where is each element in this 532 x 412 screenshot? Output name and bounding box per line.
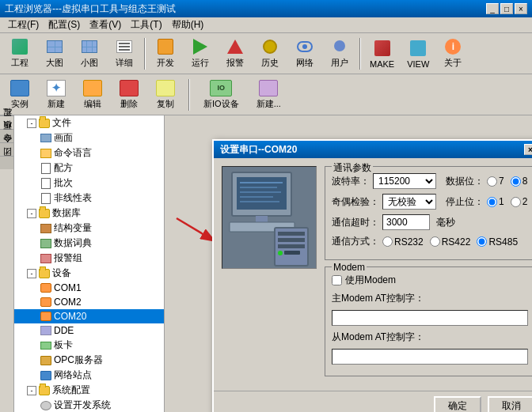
expand-files-icon[interactable]: - <box>27 119 36 128</box>
menu-tools[interactable]: 工具(T) <box>126 17 166 33</box>
dialog-close-button[interactable]: × <box>524 144 532 155</box>
svg-rect-12 <box>278 232 305 236</box>
tree-node-devset[interactable]: 设置开发系统 <box>14 398 164 412</box>
master-modem-input[interactable] <box>332 310 528 326</box>
close-button[interactable]: × <box>515 3 527 14</box>
tree-node-cmd[interactable]: 命令语言 <box>14 146 164 161</box>
ok-button[interactable]: 确定 <box>434 396 481 412</box>
toolbar2-delete-btn[interactable]: 删除 <box>112 77 146 113</box>
com20-icon <box>40 310 52 323</box>
rs422-option[interactable]: RS422 <box>430 236 471 248</box>
tree-node-netnode[interactable]: 网络站点 <box>14 368 164 383</box>
toolbar-about-btn[interactable]: i 关于 <box>436 36 469 72</box>
use-modem-checkbox[interactable] <box>332 275 342 285</box>
menu-help[interactable]: 帮助(H) <box>167 17 209 33</box>
rs422-radio[interactable] <box>430 236 440 247</box>
rs232-option[interactable]: RS232 <box>382 236 424 248</box>
tree-node-card[interactable]: 板卡 <box>14 338 164 353</box>
tree-node-alarmgrp[interactable]: 报警组 <box>14 251 164 266</box>
toolbar-user-btn[interactable]: 用户 <box>323 36 356 72</box>
tree-node-recipe[interactable]: 配方 <box>14 161 164 176</box>
tree-device-label: 设备 <box>52 266 71 280</box>
toolbar-develop-btn[interactable]: 开发 <box>149 36 182 72</box>
tree-node-struct[interactable]: 结构变量 <box>14 221 164 236</box>
stopbits-2-radio[interactable] <box>511 197 521 207</box>
toolbar-alarm-btn[interactable]: 报警 <box>218 36 252 72</box>
tree-screen-label: 画面 <box>54 131 73 145</box>
databits-7-radio[interactable] <box>487 176 497 187</box>
rs485-option[interactable]: RS485 <box>477 236 518 248</box>
toolbar-view-btn[interactable]: VIEW <box>401 36 435 72</box>
menu-config[interactable]: 配置(S) <box>44 17 85 33</box>
sidebar-tab-cmd[interactable]: 命令 <box>0 142 13 156</box>
tree-node-com1[interactable]: COM1 <box>14 281 164 295</box>
expand-db-icon[interactable]: - <box>27 209 36 218</box>
slave-modem-input[interactable] <box>332 349 528 365</box>
alarm-icon <box>226 39 245 55</box>
tree-node-device[interactable]: - 设备 <box>14 266 164 281</box>
svg-rect-16 <box>284 251 300 255</box>
tree-node-sysconfig[interactable]: - 系统配置 <box>14 383 164 398</box>
menu-view[interactable]: 查看(V) <box>85 17 126 33</box>
toolbar-make-btn[interactable]: MAKE <box>364 36 400 72</box>
tree-node-com20[interactable]: COM20 <box>14 309 164 323</box>
databits-8-option[interactable]: 8 <box>511 176 528 187</box>
content-area: 设置串口--COM20 × <box>165 115 532 412</box>
tree-node-batch[interactable]: 批次 <box>14 176 164 191</box>
tree-node-screen[interactable]: 画面 <box>14 130 164 146</box>
toolbar2-newio-btn[interactable]: IO 新IO设备 <box>196 77 246 113</box>
baud-select[interactable]: 115200 <box>373 173 436 189</box>
toolbar2-new-btn[interactable]: ✦ 新建 <box>40 77 73 113</box>
netnode-icon <box>40 369 52 382</box>
tree-node-files[interactable]: - 文件 <box>14 115 164 130</box>
modem-section-label: Modem <box>332 262 367 273</box>
expand-sysconfig-icon[interactable]: - <box>27 386 36 395</box>
toolbar-history-label: 历史 <box>261 57 279 69</box>
sidebar-tab-project[interactable]: 工程 <box>0 115 13 129</box>
tree-opc-label: OPC服务器 <box>54 353 103 367</box>
toolbar-detail-btn[interactable]: 详细 <box>108 36 141 72</box>
sidebar-tab-other[interactable]: 团 <box>0 156 13 169</box>
tree-node-dict[interactable]: 数据词典 <box>14 236 164 251</box>
master-modem-row: 主Modem AT控制字： <box>332 292 528 305</box>
maximize-button[interactable]: □ <box>500 3 513 14</box>
rs485-radio[interactable] <box>477 236 487 247</box>
timeout-input[interactable] <box>382 214 430 230</box>
toolbar-smallview-btn[interactable]: 小图 <box>73 36 106 72</box>
stopbits-2-option[interactable]: 2 <box>511 196 528 207</box>
stopbits-1-radio[interactable] <box>487 197 497 207</box>
toolbar2-copy-btn[interactable]: 复制 <box>149 77 182 113</box>
toolbar2-edit-btn[interactable]: 编辑 <box>76 77 109 113</box>
baud-row: 波特率： 115200 数据位： 7 8 <box>332 173 528 189</box>
toolbar-network-btn[interactable]: 网络 <box>288 36 321 72</box>
toolbar2-newdot-btn[interactable]: 新建... <box>249 77 288 113</box>
toolbar-project-btn[interactable]: 工程 <box>3 36 36 72</box>
tree-node-dde[interactable]: DDE <box>14 323 164 338</box>
toolbar2-edit-label: 编辑 <box>84 98 101 110</box>
toolbar2-shili-btn[interactable]: 实例 <box>3 77 36 113</box>
tree-node-nonlinear[interactable]: 非线性表 <box>14 191 164 206</box>
cancel-button[interactable]: 取消 <box>488 396 532 412</box>
toolbar-bigview-btn[interactable]: 大图 <box>38 36 71 72</box>
baud-label: 波特率： <box>332 175 370 188</box>
toolbar-run-btn[interactable]: 运行 <box>184 36 217 72</box>
user-icon <box>330 39 349 55</box>
databits-8-radio[interactable] <box>511 176 521 187</box>
tree-node-db[interactable]: - 数据库 <box>14 206 164 221</box>
parity-select[interactable]: 无校验 <box>382 194 436 210</box>
tree-node-opc[interactable]: OPC服务器 <box>14 353 164 368</box>
menu-project[interactable]: 工程(F) <box>3 17 44 33</box>
tree-netnode-label: 网络站点 <box>54 369 92 382</box>
minimize-button[interactable]: _ <box>486 3 499 14</box>
toolbar-bigview-label: 大图 <box>46 57 63 69</box>
rs232-radio[interactable] <box>382 236 393 247</box>
databits-7-option[interactable]: 7 <box>487 176 504 187</box>
expand-device-icon[interactable]: - <box>27 269 36 278</box>
com2-icon <box>40 296 52 308</box>
use-modem-checkbox-label[interactable]: 使用Modem <box>332 274 396 287</box>
toolbar-history-btn[interactable]: 历史 <box>253 36 287 72</box>
tree-node-com2[interactable]: COM2 <box>14 295 164 309</box>
stopbits-1-option[interactable]: 1 <box>487 196 504 207</box>
tree-cmd-label: 命令语言 <box>54 146 92 160</box>
sidebar-tab-paint[interactable]: 画板 <box>0 129 13 142</box>
